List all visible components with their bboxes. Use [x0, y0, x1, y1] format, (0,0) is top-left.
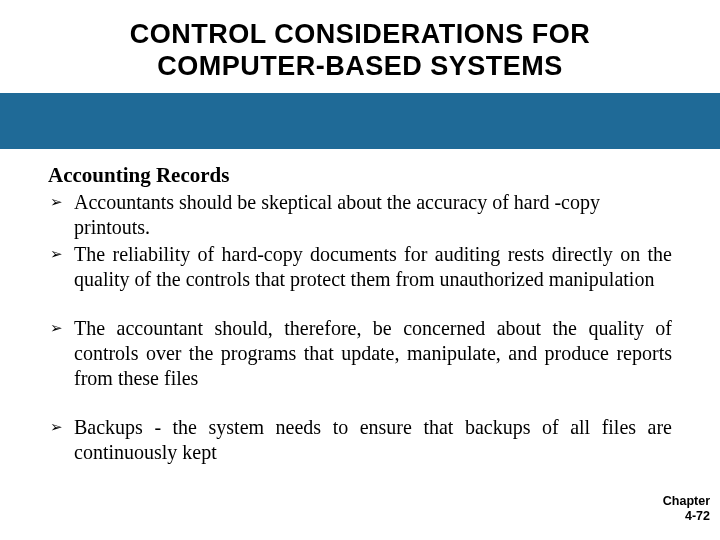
list-item: ➢ Accountants should be skeptical about … — [48, 190, 672, 240]
title-line-1: CONTROL CONSIDERATIONS FOR — [130, 19, 591, 49]
chevron-right-icon: ➢ — [48, 242, 74, 267]
content-area: Accounting Records ➢ Accountants should … — [0, 149, 720, 465]
slide-footer: Chapter 4-72 — [663, 494, 710, 524]
spacer — [48, 294, 672, 316]
title-line-2: COMPUTER-BASED SYSTEMS — [157, 51, 563, 81]
list-item: ➢ Backups - the system needs to ensure t… — [48, 415, 672, 465]
footer-page-number: 4-72 — [685, 509, 710, 523]
bullet-text: Backups - the system needs to ensure tha… — [74, 415, 672, 465]
section-heading: Accounting Records — [48, 163, 672, 188]
title-text: CONTROL CONSIDERATIONS FOR COMPUTER-BASE… — [40, 18, 680, 83]
bullet-text: The reliability of hard-copy documents f… — [74, 242, 672, 292]
chevron-right-icon: ➢ — [48, 316, 74, 341]
slide-title: CONTROL CONSIDERATIONS FOR COMPUTER-BASE… — [0, 0, 720, 93]
list-item: ➢ The accountant should, therefore, be c… — [48, 316, 672, 391]
chevron-right-icon: ➢ — [48, 415, 74, 440]
spacer — [48, 393, 672, 415]
bullet-text: Accountants should be skeptical about th… — [74, 190, 672, 240]
chevron-right-icon: ➢ — [48, 190, 74, 215]
accent-bar — [0, 93, 720, 149]
bullet-text: The accountant should, therefore, be con… — [74, 316, 672, 391]
footer-chapter-label: Chapter — [663, 494, 710, 508]
list-item: ➢ The reliability of hard-copy documents… — [48, 242, 672, 292]
